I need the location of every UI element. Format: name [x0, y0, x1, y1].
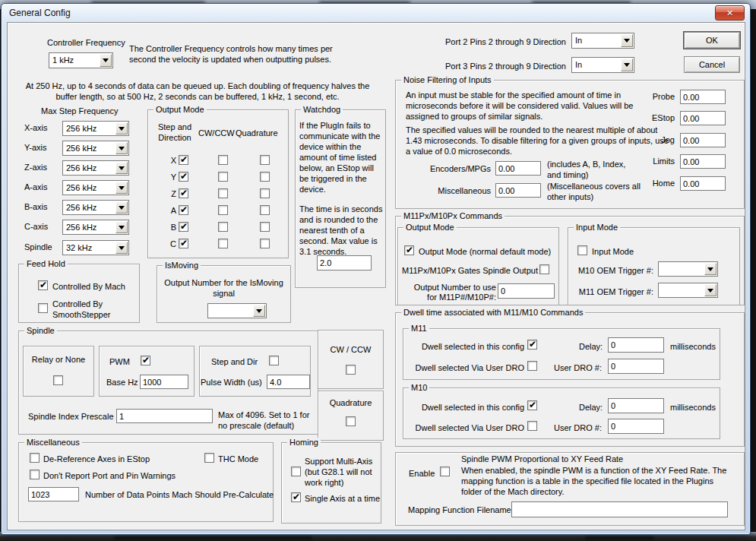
chevron-down-icon [253, 305, 265, 317]
spindle-quadrature-label: Quadrature [318, 398, 384, 408]
estop-label: EStop [637, 113, 675, 123]
max-step-x-select[interactable]: 256 kHz [62, 121, 129, 136]
group-title: Watchdog [301, 105, 343, 114]
m10-delay-label: Delay: [579, 403, 603, 413]
quadrature-c-checkbox[interactable] [260, 239, 270, 248]
support-multi-axis-label: Support Multi-Axis (but G28.1 will not w… [305, 456, 379, 488]
quadrature-b-checkbox[interactable] [260, 222, 270, 232]
probe-field[interactable] [680, 90, 726, 104]
m11-dwell-dro-checkbox[interactable] [527, 361, 537, 371]
noise-miscellaneous-note: (Miscellaneous covers all other inputs) [547, 181, 642, 202]
cwccw-c-checkbox[interactable] [218, 239, 228, 248]
title-bar[interactable]: General Config ✕ [2, 4, 750, 22]
selected-value: In [575, 36, 582, 45]
m11-user-dro-field[interactable] [608, 359, 664, 374]
max-step-y-select[interactable]: 256 kHz [62, 141, 129, 156]
mpx-input-mode-checkbox[interactable] [577, 245, 587, 255]
noise-miscellaneous-field[interactable] [495, 183, 541, 198]
m11-delay-field[interactable] [608, 337, 664, 353]
encoders-mpgs-field[interactable] [495, 161, 541, 176]
pulse-width-label: Pulse Width (us) [201, 378, 262, 388]
step-dir-a-checkbox[interactable] [179, 205, 188, 215]
controller-frequency-select[interactable]: 1 kHz [49, 52, 113, 68]
relay-or-none-checkbox[interactable] [53, 375, 63, 385]
pwm-checkbox[interactable] [141, 356, 150, 365]
max-step-b-select[interactable]: 256 kHz [62, 200, 129, 215]
selected-value: 1 kHz [52, 55, 74, 65]
output-number-field[interactable] [498, 283, 555, 299]
group-title: M10 [409, 383, 429, 392]
noise-description-1: An input must be stable for the specifie… [406, 90, 668, 122]
dont-report-warnings-checkbox[interactable] [30, 470, 40, 479]
ok-button[interactable]: OK [684, 32, 740, 49]
dialog-body: Controller Frequency 1 kHz The Controlle… [7, 22, 745, 530]
jog-field[interactable] [680, 133, 726, 147]
port2-direction-select[interactable]: In [571, 33, 634, 49]
mapping-filename-label: Mapping Function Filename: [408, 505, 514, 515]
pulse-width-field[interactable] [267, 375, 310, 389]
m10-dwell-config-checkbox[interactable] [527, 400, 537, 410]
step-dir-b-checkbox[interactable] [179, 222, 188, 232]
axis-label-y: Y-axis [24, 143, 47, 153]
step-dir-x-checkbox[interactable] [179, 155, 188, 165]
cancel-button[interactable]: Cancel [684, 56, 740, 73]
step-and-dir-checkbox[interactable] [269, 356, 279, 365]
dereference-axes-checkbox[interactable] [30, 453, 40, 463]
quadrature-x-checkbox[interactable] [260, 155, 270, 165]
gates-spindle-output-checkbox[interactable] [539, 264, 549, 274]
cwccw-y-checkbox[interactable] [218, 172, 228, 182]
m11-dwell-dro-label: Dwell selected Via User DRO [412, 363, 524, 373]
buffer-note: At 250 Hz, up to 4 seconds of data can b… [15, 81, 380, 102]
m10-dwell-dro-label: Dwell selected Via User DRO [412, 423, 524, 433]
spindle-cwccw-checkbox[interactable] [346, 365, 356, 375]
row-label-y: Y [164, 172, 176, 182]
encoders-mpgs-note: (includes A, B, Index, and timing) [547, 159, 632, 180]
support-multi-axis-checkbox[interactable] [291, 467, 301, 476]
pwm-feedrate-description: When enabled, the spindle PWM is a funct… [461, 465, 736, 497]
max-step-z-select[interactable]: 256 kHz [62, 160, 129, 176]
m11-oem-trigger-select[interactable] [658, 283, 718, 298]
cwccw-x-checkbox[interactable] [218, 155, 228, 165]
quadrature-z-checkbox[interactable] [260, 188, 270, 198]
close-button[interactable]: ✕ [715, 5, 745, 21]
m10-delay-field[interactable] [608, 398, 664, 413]
max-step-spindle-select[interactable]: 32 kHz [62, 240, 129, 255]
data-points-field[interactable] [28, 487, 79, 501]
chevron-down-icon [115, 142, 128, 154]
port3-direction-select[interactable]: In [571, 57, 634, 73]
quadrature-y-checkbox[interactable] [260, 172, 270, 182]
step-dir-y-checkbox[interactable] [179, 172, 188, 182]
cwccw-z-checkbox[interactable] [218, 188, 228, 198]
thc-mode-checkbox[interactable] [204, 453, 214, 463]
estop-field[interactable] [680, 111, 726, 125]
base-hz-field[interactable] [140, 375, 188, 389]
limits-field[interactable] [680, 154, 726, 169]
controlled-by-mach-checkbox[interactable] [38, 280, 48, 290]
m10-user-dro-field[interactable] [608, 419, 664, 434]
single-axis-checkbox[interactable] [291, 492, 301, 502]
enable-checkbox[interactable] [440, 467, 450, 476]
spindle-index-prescale-field[interactable] [116, 409, 213, 423]
ismoving-output-select[interactable] [207, 303, 267, 318]
quadrature-a-checkbox[interactable] [260, 205, 270, 215]
m11-delay-unit: milliseconds [670, 342, 716, 352]
mpx-output-mode-checkbox[interactable] [404, 245, 414, 255]
spindle-quadrature-checkbox[interactable] [346, 416, 356, 426]
cwccw-a-checkbox[interactable] [218, 205, 228, 215]
spindle-index-prescale-label: Spindle Index Prescale [28, 412, 114, 422]
group-title: IsMoving [163, 261, 201, 270]
m10-dwell-dro-checkbox[interactable] [527, 421, 537, 431]
max-step-c-select[interactable]: 256 kHz [62, 220, 129, 235]
step-dir-z-checkbox[interactable] [179, 188, 188, 198]
m10-oem-trigger-select[interactable] [658, 261, 718, 277]
row-label-b: B [164, 223, 176, 233]
cwccw-b-checkbox[interactable] [218, 222, 228, 232]
home-field[interactable] [680, 176, 726, 191]
controlled-by-smoothstepper-checkbox[interactable] [38, 303, 48, 313]
mapping-filename-field[interactable] [511, 501, 728, 517]
watchdog-timeout-field[interactable] [317, 255, 372, 270]
max-step-a-select[interactable]: 256 kHz [62, 180, 129, 195]
step-dir-c-checkbox[interactable] [179, 239, 188, 248]
m11-dwell-config-checkbox[interactable] [527, 340, 537, 350]
encoders-mpgs-label: Encoders/MPGs [422, 164, 491, 174]
